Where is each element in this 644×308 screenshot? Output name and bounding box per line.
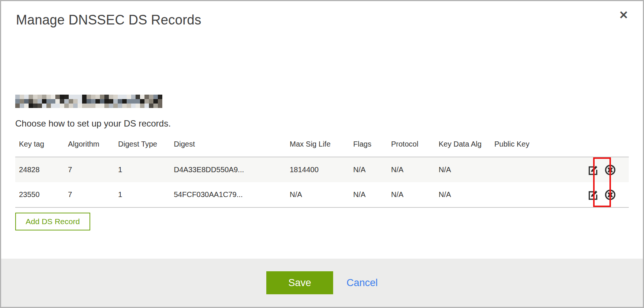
cell-actions	[580, 157, 629, 182]
modal-footer: Save Cancel	[1, 259, 643, 307]
cancel-link[interactable]: Cancel	[347, 277, 378, 289]
cell-digest: 54FCF030AA1C79...	[170, 182, 286, 207]
cell-actions	[580, 182, 629, 207]
modal-content: Manage DNSSEC DS Records ✕ Choose how to…	[1, 1, 643, 259]
header-flags: Flags	[349, 138, 387, 157]
cell-protocol: N/A	[387, 182, 435, 207]
dnssec-modal: Manage DNSSEC DS Records ✕ Choose how to…	[0, 0, 644, 308]
cell-key-tag: 24828	[15, 157, 64, 182]
cell-digest-type: 1	[114, 182, 170, 207]
cell-public-key	[491, 182, 580, 207]
cell-key-data-alg: N/A	[435, 182, 491, 207]
cell-protocol: N/A	[387, 157, 435, 182]
cell-flags: N/A	[349, 157, 387, 182]
edit-icon	[587, 196, 598, 201]
header-key-tag: Key tag	[15, 138, 64, 157]
cell-digest-type: 1	[114, 157, 170, 182]
header-actions	[580, 138, 629, 157]
header-public-key: Public Key	[491, 138, 580, 157]
cell-digest: D4A33E8DD550A9...	[170, 157, 286, 182]
delete-circle-x-icon	[604, 171, 616, 177]
close-icon: ✕	[619, 9, 628, 21]
header-protocol: Protocol	[387, 138, 435, 157]
cell-flags: N/A	[349, 182, 387, 207]
page-title: Manage DNSSEC DS Records	[16, 12, 201, 28]
delete-record-button[interactable]	[604, 189, 616, 201]
edit-record-button[interactable]	[587, 164, 598, 176]
header-max-sig-life: Max Sig Life	[286, 138, 349, 157]
ds-records-table: Key tag Algorithm Digest Type Digest Max…	[15, 138, 629, 208]
delete-record-button[interactable]	[604, 164, 616, 176]
cell-max-sig-life: N/A	[286, 182, 349, 207]
cell-key-tag: 23550	[15, 182, 64, 207]
header-digest: Digest	[170, 138, 286, 157]
cell-key-data-alg: N/A	[435, 157, 491, 182]
header-key-data-alg: Key Data Alg	[435, 138, 491, 157]
cell-max-sig-life: 1814400	[286, 157, 349, 182]
table-row: 23550 7 1 54FCF030AA1C79... N/A N/A N/A …	[15, 182, 629, 207]
cell-public-key	[491, 157, 580, 182]
header-digest-type: Digest Type	[114, 138, 170, 157]
delete-circle-x-icon	[604, 196, 616, 202]
table-header-row: Key tag Algorithm Digest Type Digest Max…	[15, 138, 629, 157]
edit-icon	[587, 171, 598, 177]
edit-record-button[interactable]	[587, 189, 598, 200]
redacted-domain	[15, 95, 162, 108]
instruction-text: Choose how to set up your DS records.	[15, 118, 171, 129]
close-button[interactable]: ✕	[615, 7, 632, 23]
table-row: 24828 7 1 D4A33E8DD550A9... 1814400 N/A …	[15, 157, 629, 182]
cell-algorithm: 7	[64, 182, 114, 207]
save-button[interactable]: Save	[266, 271, 333, 294]
header-algorithm: Algorithm	[64, 138, 114, 157]
cell-algorithm: 7	[64, 157, 114, 182]
add-ds-record-button[interactable]: Add DS Record	[15, 213, 90, 230]
